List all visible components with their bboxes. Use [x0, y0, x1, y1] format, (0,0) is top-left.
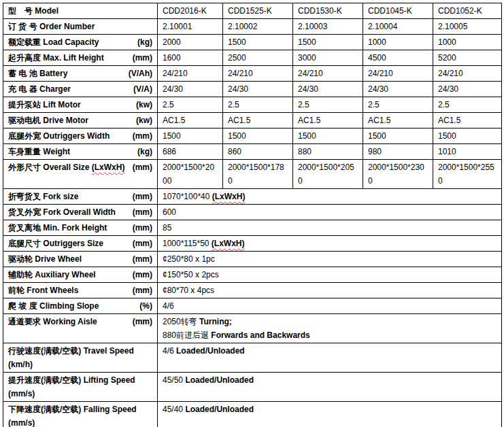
text-fragment: 1500 [438, 131, 456, 141]
text-fragment: Load Capacity [43, 37, 99, 47]
spec-label-cell: 底腿尺寸 Outriggers Size(mm) [3, 236, 158, 252]
text-fragment: Outriggers Size [43, 239, 103, 248]
text-fragment: Fork size [43, 192, 78, 201]
spec-label-text: 外形尺寸 Overall Size (LxWxH) [8, 160, 124, 174]
spec-table-body: 型 号 ModelCDD2016-KCDD1525-KCDD1530-KCDD1… [3, 3, 502, 427]
text-fragment: AC1.5 [368, 116, 390, 125]
text-fragment: 提升泵站 [8, 100, 43, 109]
text-fragment: Drive Motor [43, 116, 88, 125]
text-fragment: 2.10002 [228, 22, 257, 31]
spec-label: 辅助轮 Auxiliary Wheel(mm) [8, 268, 152, 281]
spec-label-cell: 外形尺寸 Overall Size (LxWxH)(mm) [3, 160, 158, 189]
text-fragment: 24/30 [228, 84, 248, 94]
spec-label: 底腿外宽 Outriggers Width(mm) [8, 129, 152, 143]
spec-label: 货叉外宽 Fork Overall Width(mm) [8, 205, 152, 219]
spec-label-text: 充 电 器 Charger [8, 82, 71, 96]
unit-label: (mm/s) [8, 387, 152, 400]
spec-value-cell: 24/30 [223, 82, 293, 97]
spec-label-cell: 辅助轮 Auxiliary Wheel(mm) [3, 267, 158, 283]
text-fragment: 600 [163, 207, 176, 217]
text-fragment: 行驶速度(满载/空载) [8, 346, 84, 356]
spec-label-cell: 充 电 器 Charger(V/A) [3, 82, 158, 97]
text-fragment: 车身重量 [8, 147, 43, 156]
spec-label: 货叉离地 Min. Fork Height(mm) [8, 221, 152, 235]
spec-label-cell: 下降速度(满载/空载) Falling Speed(mm/s) [3, 402, 158, 427]
text-fragment: 24/210 [228, 69, 253, 78]
spec-value-cell: CDD1530-K [293, 3, 363, 19]
spec-value-cell-span: 45/40 Loaded/Unloaded [158, 402, 502, 427]
text-fragment: 24/210 [298, 69, 323, 78]
spec-label: 提升速度(满载/空载) Lifting Speed(mm/s) [8, 373, 152, 400]
spec-label-cell: 蓄 电 池 Battery(V/Ah) [3, 66, 158, 82]
spec-value-cell: CDD1045-K [363, 3, 433, 19]
spec-value-cell: AC1.5 [223, 113, 293, 129]
spec-value-cell-span: 45/50 Loaded/Unloaded [158, 373, 502, 402]
text-fragment: 2.5 [438, 100, 450, 109]
text-fragment: 货叉外宽 [8, 207, 43, 217]
spec-label-text: 货叉外宽 Fork Overall Width [8, 205, 116, 219]
spec-value-cell: 24/210 [363, 66, 433, 82]
unit-label: (mm) [130, 160, 152, 174]
spec-value-cell: 3000 [293, 50, 363, 66]
spec-value-cell-span: 2050转弯 Turning;880前进后退 Forwards and Back… [158, 314, 502, 343]
spec-value-cell: 24/210 [223, 66, 293, 82]
spec-row-weight: 车身重量 Weight(kg)6868608809801010 [3, 144, 502, 160]
spec-label-cell: 爬 坡 度 Climbing Slope(%) [3, 298, 158, 314]
spec-value-cell: 2.5 [158, 97, 223, 113]
spec-value-cell: 1000 [433, 35, 502, 50]
text-fragment: 880 [298, 147, 312, 156]
text-fragment: AC1.5 [438, 116, 460, 125]
spec-value-cell: 1500 [293, 35, 363, 50]
text-fragment: AC1.5 [163, 116, 185, 125]
text-fragment: 辅助轮 [8, 270, 35, 279]
spec-value-cell-span: 4/6 [158, 298, 502, 314]
text-fragment: 980 [368, 147, 382, 156]
spec-value-cell-span: ¢80*70 x 4pcs [158, 283, 502, 298]
spec-value-cell: 1500 [158, 129, 223, 144]
spec-value-cell: AC1.5 [158, 113, 223, 129]
spec-row-climbing-slope: 爬 坡 度 Climbing Slope(%)4/6 [3, 298, 502, 314]
spec-label-cell: 起升高度 Max. Lift Height(mm) [3, 50, 158, 66]
text-fragment: 880前进后退 [163, 330, 211, 340]
spec-value-cell-span: ¢250*80 x 1pc [158, 252, 502, 267]
spec-value-cell: 2.5 [293, 97, 363, 113]
unit-label: (mm) [130, 237, 152, 250]
spec-value-cell: CDD2016-K [158, 3, 223, 19]
spec-value-cell: 24/30 [363, 82, 433, 97]
spec-label-text: 型 号 Model [8, 4, 58, 18]
spec-label-text: 驱动轮 Drive Wheel [8, 252, 82, 266]
spec-label: 底腿尺寸 Outriggers Size(mm) [8, 237, 152, 250]
spec-value-cell: 2000*1500*2300 [363, 160, 433, 189]
unit-label: (kw) [133, 98, 152, 112]
spec-value-cell: 980 [363, 144, 433, 160]
spec-label: 提升泵站 Lift Motor(kw) [8, 98, 152, 112]
spec-label-cell: 额定载重 Load Capacity(kg) [3, 35, 158, 50]
spec-label-text: 辅助轮 Auxiliary Wheel [8, 268, 96, 281]
spec-label-cell: 驱动电机 Drive Motor(kw) [3, 113, 158, 129]
text-fragment: 订 货 号 [8, 22, 39, 31]
text-fragment: (LxWxH) [92, 163, 125, 172]
spec-value-cell: 686 [158, 144, 223, 160]
text-fragment: Working Aisle [43, 317, 97, 326]
text-fragment: Battery [39, 69, 67, 78]
text-fragment: 额定载重 [8, 37, 43, 47]
text-fragment: 蓄 电 池 [8, 69, 39, 78]
spec-label: 蓄 电 池 Battery(V/Ah) [8, 67, 152, 80]
spec-table: 型 号 ModelCDD2016-KCDD1525-KCDD1530-KCDD1… [3, 3, 502, 427]
text-fragment: 2500 [228, 53, 246, 63]
spec-label: 起升高度 Max. Lift Height(mm) [8, 51, 152, 65]
text-fragment: 2000*1500*2050 [298, 163, 354, 186]
unit-label: (kg) [135, 145, 152, 158]
spec-label: 驱动轮 Drive Wheel(mm) [8, 252, 152, 266]
text-fragment: 5200 [438, 53, 456, 63]
spec-value-cell-span: 85 [158, 220, 502, 236]
text-fragment: Model [35, 6, 58, 16]
text-fragment: CDD1525-K [228, 6, 272, 16]
spec-label-text: 行驶速度(满载/空载) Travel Speed [8, 346, 134, 356]
text-fragment: Turning; [199, 317, 232, 326]
value-line: 2050转弯 Turning; [163, 315, 497, 328]
spec-label-text: 蓄 电 池 Battery [8, 67, 67, 80]
spec-value-cell: 2.5 [433, 97, 502, 113]
spec-label-cell: 车身重量 Weight(kg) [3, 144, 158, 160]
spec-value-cell: 2.10004 [363, 19, 433, 35]
